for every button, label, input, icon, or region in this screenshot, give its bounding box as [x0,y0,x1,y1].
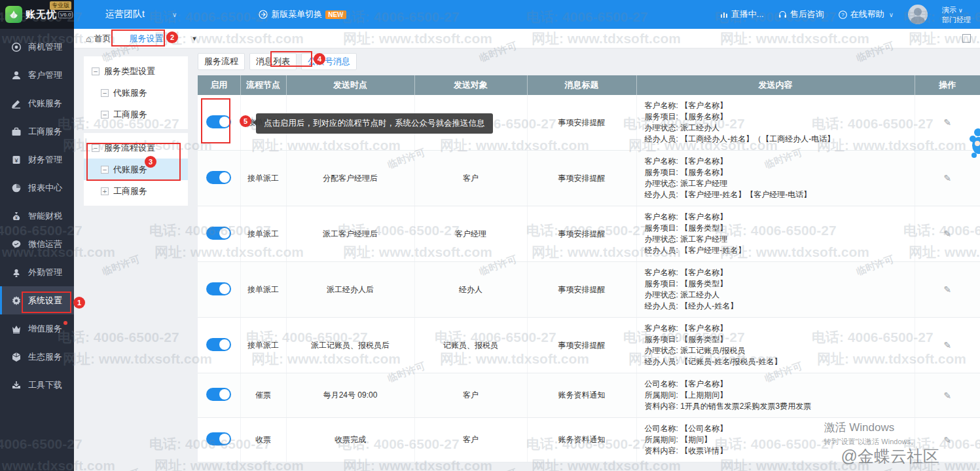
sidebar-item-微信运营[interactable]: 微信运营 [0,230,74,258]
enable-toggle[interactable] [206,338,231,351]
help-button[interactable]: ? 在线帮助 ∨ [839,9,894,20]
sidebar-item-商机管理[interactable]: 商机管理 [0,33,74,61]
enable-toggle[interactable] [206,115,231,128]
edition-badge: 专业版 [50,1,71,10]
tree-item-代账服务[interactable]: −代账服务 [84,82,188,104]
tree-item-代账服务[interactable]: −代账服务 [84,159,188,180]
send-target-cell: 经办人 [414,262,527,318]
flow-node-cell: 催票 [240,373,286,418]
team-selector[interactable]: 运营团队t ∨ [105,9,177,20]
send-target-cell: 客户 [414,373,527,418]
enable-toggle[interactable] [206,388,231,401]
home-icon: ⌂ [86,33,91,44]
app-logo: 账无忧 V6.0 专业版 [0,0,74,29]
sidebar-item-label: 外勤管理 [28,267,62,278]
edit-icon[interactable]: ✎ [943,284,951,295]
tree-group-title[interactable]: −服务流程设置 [84,137,188,159]
sidebar-item-工具下载[interactable]: 工具下载 [0,371,74,399]
chevron-down-icon: ∨ [172,11,177,18]
enable-toggle[interactable] [206,227,231,240]
sidebar-item-外勤管理[interactable]: 外勤管理 [0,258,74,286]
wechat-icon [10,238,22,250]
edit-icon[interactable]: ✎ [943,117,951,128]
menu-switch-button[interactable]: 新版菜单切换 NEW [259,9,346,20]
collapse-icon[interactable]: − [92,144,100,152]
flow-node-cell: 接单派工 [240,151,286,206]
edit-icon[interactable]: ✎ [943,173,951,183]
collapse-icon[interactable]: − [101,89,109,97]
crown-icon [10,323,22,335]
message-title-cell: 事项安排提醒 [527,151,636,206]
assistant-mascot-icon[interactable] [969,126,980,160]
report-icon [10,182,22,194]
send-content-cell: 客户名称: 【客户名称】服务项目: 【服务名称】办理状态: 派工经办人经办人员:… [636,95,915,151]
table-body: 接单派工分配经办人后客户事项安排提醒客户名称: 【客户名称】服务项目: 【服务名… [198,95,980,462]
send-content-cell: 公司名称: 【客户名称】所属期间: 【上期期间】资料内容: 1开具的销售发票2采… [636,373,915,418]
annotation-badge-3: 3 [145,156,156,168]
pen-icon [10,98,22,109]
sidebar-item-label: 微信运营 [28,238,62,250]
breadcrumb: ⌂ 首页 服务设置 ↻ ▼ [74,29,980,48]
collapse-icon[interactable]: − [92,67,100,75]
expand-icon[interactable]: + [101,187,109,195]
fullscreen-icon[interactable] [962,34,971,43]
column-header: 发送内容 [636,75,915,95]
moneybag-icon: ¥ [10,210,22,222]
support-button[interactable]: 售后咨询 [778,9,824,20]
table-row: 接单派工派工客户经理后客户经理事项安排提醒客户名称: 【客户名称】服务项目: 【… [198,206,980,262]
send-time-cell: 每月24号 09:00 [286,373,414,418]
enable-toggle[interactable] [206,171,231,184]
sidebar-item-系统设置[interactable]: 系统设置 [0,286,74,314]
sidebar-item-客户管理[interactable]: 客户管理 [0,61,74,89]
edit-icon[interactable]: ✎ [943,229,951,239]
breadcrumb-home[interactable]: ⌂ 首页 [86,33,111,45]
sidebar-item-label: 智能财税 [28,210,62,222]
edit-icon[interactable]: ✎ [943,340,951,350]
flow-node-cell: 接单派工 [240,318,286,373]
table-row: 接单派工分配客户经理后客户事项安排提醒客户名称: 【客户名称】服务项目: 【服务… [198,151,980,206]
tab-消息列表[interactable]: 消息列表 [249,53,297,70]
edit-icon[interactable]: ✎ [943,390,951,401]
collapse-icon[interactable]: − [101,111,109,119]
tab-服务流程[interactable]: 服务流程 [198,53,245,70]
headset-icon [778,10,787,19]
finance-icon: ¥ [10,154,22,166]
tree-group-title[interactable]: −服务类型设置 [84,60,188,82]
sidebar-item-label: 代账服务 [28,98,62,109]
column-header: 启用 [198,75,240,95]
column-header: 发送时点 [286,75,414,95]
annotation-badge-1: 1 [73,297,85,309]
live-button[interactable]: 直播中... [720,9,764,20]
sidebar-item-生态服务[interactable]: 生态服务 [0,343,74,371]
sidebar-menu: 商机管理客户管理代账服务工商服务¥财务管理报表中心¥智能财税微信运营外勤管理系统… [0,33,74,399]
avatar[interactable] [908,5,928,24]
user-meta[interactable]: 演示 ∨ 部门经理 [942,5,971,24]
enable-toggle[interactable] [206,432,231,445]
sidebar-item-财务管理[interactable]: ¥财务管理 [0,145,74,174]
collapse-icon[interactable]: − [101,166,109,174]
tree-item-工商服务[interactable]: −工商服务 [84,104,188,125]
tab-menu-caret[interactable]: ▼ [191,35,197,42]
tab-公众号消息[interactable]: 公众号消息 [301,53,357,70]
send-content-cell: 客户名称: 【客户名称】服务项目: 【服务类型】办理状态: 派工经办人经办人员:… [636,262,915,318]
send-time-cell: 派工经办人后 [286,262,414,318]
tree-item-工商服务[interactable]: +工商服务 [84,180,188,202]
sidebar: 商机管理客户管理代账服务工商服务¥财务管理报表中心¥智能财税微信运营外勤管理系统… [0,29,74,471]
sidebar-item-label: 客户管理 [28,69,62,81]
table-header-row: 启用流程节点发送时点发送对象消息标题发送内容操作 [198,75,980,95]
sidebar-item-工商服务[interactable]: 工商服务 [0,117,74,145]
message-title-cell: 账务资料通知 [527,373,636,418]
enable-toggle[interactable] [206,282,231,295]
sidebar-item-报表中心[interactable]: 报表中心 [0,174,74,202]
message-title-cell: 事项安排提醒 [527,318,636,373]
column-header: 消息标题 [527,75,636,95]
tree-group: −服务流程设置−代账服务+工商服务 [84,133,188,206]
sidebar-item-增值服务[interactable]: 增值服务 [0,314,74,343]
edit-icon[interactable]: ✎ [943,435,951,445]
message-title-cell: 事项安排提醒 [527,262,636,318]
target-icon [10,41,22,53]
sidebar-item-代账服务[interactable]: 代账服务 [0,89,74,117]
message-title-cell: 事项安排提醒 [527,95,636,151]
sidebar-item-智能财税[interactable]: ¥智能财税 [0,202,74,230]
content-area: −服务类型设置−代账服务−工商服务−服务流程设置−代账服务+工商服务 服务流程消… [74,49,980,471]
